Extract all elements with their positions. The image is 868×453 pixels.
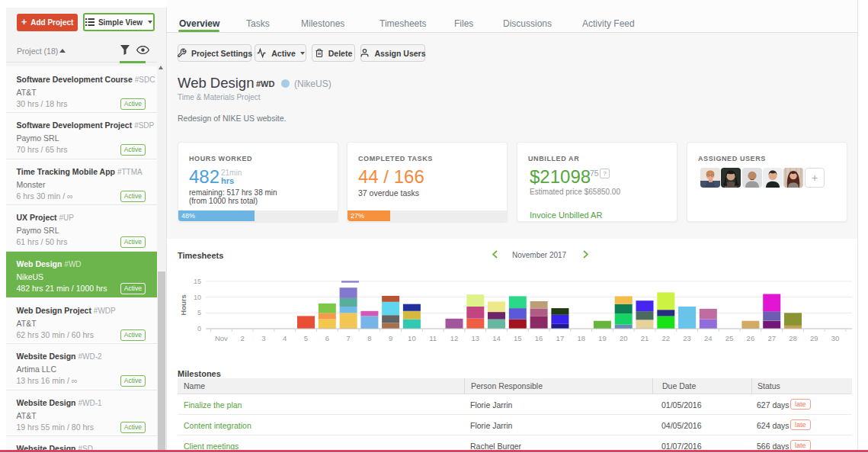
- svg-text:26: 26: [747, 334, 755, 342]
- svg-text:15: 15: [194, 278, 201, 285]
- svg-text:3: 3: [261, 334, 265, 342]
- svg-text:28: 28: [789, 334, 797, 342]
- svg-text:11: 11: [429, 334, 437, 342]
- svg-text:24: 24: [704, 334, 713, 342]
- svg-text:10: 10: [194, 294, 201, 301]
- svg-text:4: 4: [283, 334, 287, 342]
- svg-text:2: 2: [241, 334, 245, 342]
- svg-text:12: 12: [450, 334, 459, 342]
- svg-text:9: 9: [389, 334, 392, 342]
- svg-text:Nov: Nov: [215, 334, 228, 342]
- svg-text:18: 18: [577, 334, 585, 342]
- svg-text:16: 16: [535, 334, 543, 342]
- svg-text:30: 30: [831, 334, 840, 342]
- svg-text:6: 6: [325, 334, 329, 342]
- svg-text:0: 0: [197, 325, 201, 333]
- svg-text:13: 13: [472, 334, 480, 342]
- svg-text:7: 7: [346, 334, 350, 342]
- svg-text:22: 22: [662, 334, 671, 342]
- svg-text:15: 15: [514, 334, 522, 342]
- svg-text:25: 25: [725, 334, 734, 342]
- svg-text:17: 17: [556, 334, 565, 342]
- svg-text:Hours: Hours: [179, 294, 187, 315]
- svg-text:19: 19: [598, 334, 607, 342]
- svg-text:5: 5: [197, 309, 201, 316]
- svg-text:14: 14: [492, 334, 501, 342]
- svg-text:8: 8: [367, 334, 371, 342]
- svg-text:23: 23: [683, 334, 691, 342]
- svg-text:5: 5: [304, 334, 308, 342]
- svg-text:21: 21: [641, 334, 649, 342]
- svg-text:27: 27: [767, 334, 776, 342]
- svg-text:29: 29: [810, 334, 818, 342]
- svg-text:20: 20: [620, 334, 628, 342]
- svg-text:10: 10: [408, 334, 416, 342]
